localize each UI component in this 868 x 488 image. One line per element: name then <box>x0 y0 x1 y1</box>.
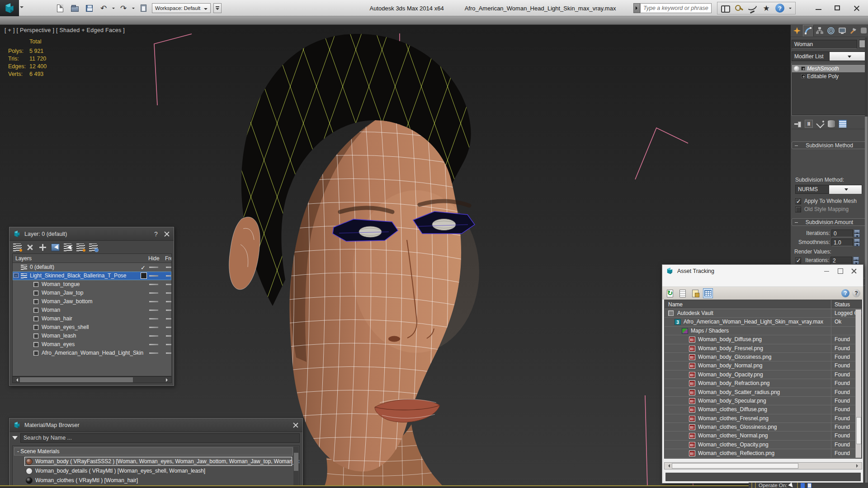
current-layer-toggle[interactable] <box>141 315 147 322</box>
remove-modifier-icon[interactable] <box>827 120 835 128</box>
current-layer-toggle[interactable] <box>141 307 147 313</box>
freeze-toggle[interactable] <box>166 335 172 337</box>
refresh-icon[interactable]: ↻ <box>665 288 675 298</box>
hide-toggle[interactable] <box>149 275 158 277</box>
hide-toggle[interactable] <box>149 301 158 302</box>
material-row[interactable]: Woman_body_details ( VRayMtl ) [Woman_ey… <box>24 466 292 475</box>
current-layer-toggle[interactable] <box>141 341 147 347</box>
favorites-star-icon[interactable]: ★ <box>762 4 771 13</box>
minimize-button[interactable] <box>809 2 827 14</box>
panel-scrollbar[interactable] <box>865 38 868 485</box>
layer-row[interactable]: - Light_Skinned_Black_Ballerina_T_Pose <box>13 272 171 280</box>
smoothness-spinner[interactable] <box>854 239 860 246</box>
asset-row[interactable]: Maps / Shaders <box>665 327 862 335</box>
freeze-toggle[interactable] <box>166 310 172 311</box>
delete-layer-icon[interactable] <box>26 244 34 251</box>
smoothness-field[interactable]: 1.0 <box>831 239 853 246</box>
hide-toggle[interactable] <box>149 335 158 337</box>
asset-tracking-titlebar[interactable]: Asset Tracking <box>662 265 863 277</box>
scene-materials-group[interactable]: Scene Materials <box>14 447 293 455</box>
freeze-toggle[interactable] <box>166 284 172 285</box>
current-layer-toggle[interactable] <box>141 350 147 356</box>
filter-dropdown-icon[interactable] <box>12 436 18 442</box>
maximize-button[interactable] <box>828 2 846 14</box>
scroll-left-icon[interactable] <box>14 378 18 382</box>
tab-display[interactable] <box>837 25 848 37</box>
help-button[interactable]: ? <box>152 230 160 238</box>
expander-icon[interactable] <box>14 299 19 304</box>
dropdown-chevron-icon[interactable] <box>829 185 862 194</box>
render-iterations-checkbox[interactable] <box>795 258 801 263</box>
material-row[interactable]: Woman_body ( VRayFastSSS2 ) [Woman, Woma… <box>24 457 292 466</box>
hide-toggle[interactable] <box>149 284 158 285</box>
asset-row[interactable]: Woman_clothes_Diffuse.png Found <box>665 405 862 414</box>
open-file-button[interactable] <box>69 2 80 14</box>
freeze-toggle[interactable] <box>166 344 172 345</box>
mod-stack-item[interactable]: Editable Poly <box>792 72 867 80</box>
iterations-spinner[interactable] <box>854 230 860 237</box>
search-flyout-button[interactable] <box>633 3 640 13</box>
expander-icon[interactable] <box>14 324 19 329</box>
operate-on-all-button[interactable] <box>807 483 811 488</box>
current-layer-toggle[interactable] <box>141 298 147 305</box>
support-help-icon[interactable] <box>852 289 860 297</box>
asset-row[interactable]: Woman_body_Glossiness.png Found <box>665 353 862 361</box>
highlight-layer-icon[interactable] <box>76 244 85 251</box>
material-row[interactable]: Woman_clothes ( VRayMtl ) [Woman_hair] <box>24 476 292 485</box>
object-name-field[interactable]: Woman <box>792 40 857 49</box>
expander-icon[interactable]: - <box>14 273 19 278</box>
column-layers[interactable]: Layers <box>15 254 32 263</box>
tab-modify[interactable] <box>803 25 814 37</box>
horizontal-scrollbar[interactable] <box>12 376 172 383</box>
search-icon[interactable] <box>721 4 730 13</box>
hide-toggle[interactable] <box>149 352 158 354</box>
expander-icon[interactable] <box>14 307 19 312</box>
apply-to-whole-mesh-checkbox[interactable] <box>795 198 801 204</box>
expander-icon[interactable] <box>14 282 19 286</box>
hide-toggle[interactable] <box>149 318 158 319</box>
current-layer-toggle[interactable] <box>141 324 147 330</box>
old-style-mapping-checkbox[interactable] <box>795 206 801 212</box>
add-to-layer-icon[interactable] <box>38 244 47 251</box>
expand-plus-icon[interactable] <box>801 66 805 70</box>
asset-row[interactable]: Woman_body_Normal.png Found <box>665 361 862 370</box>
freeze-toggle[interactable] <box>166 327 172 328</box>
toolbar-flyout-button[interactable] <box>213 3 222 13</box>
column-freeze[interactable]: Free <box>165 254 172 263</box>
mod-stack-item[interactable]: MeshSmooth <box>792 65 867 72</box>
help-search-input[interactable] <box>640 3 712 13</box>
make-unique-icon[interactable] <box>816 120 824 128</box>
show-end-result-icon[interactable]: II <box>805 120 813 128</box>
expand-plus-icon[interactable] <box>801 74 805 78</box>
new-scene-button[interactable] <box>54 2 66 14</box>
freeze-toggle[interactable] <box>166 292 172 294</box>
freeze-toggle[interactable] <box>166 318 172 319</box>
layer-row[interactable]: Afro_American_Woman_Head_Light_Skin <box>13 349 171 357</box>
scroll-left-icon[interactable] <box>666 464 670 468</box>
expander-icon[interactable] <box>14 290 19 295</box>
close-icon[interactable] <box>164 231 170 237</box>
minimize-icon[interactable] <box>823 267 830 275</box>
close-icon[interactable] <box>292 422 299 428</box>
table-view-icon[interactable] <box>703 288 713 298</box>
column-hide[interactable]: Hide <box>148 254 160 263</box>
undo-history-caret-icon[interactable] <box>112 8 115 10</box>
current-layer-toggle[interactable] <box>141 333 147 339</box>
current-layer-toggle[interactable] <box>141 264 147 270</box>
asset-row[interactable]: Woman_clothes_Glossiness.png Found <box>665 423 862 432</box>
hide-toggle[interactable] <box>149 292 158 294</box>
configure-modifier-sets-icon[interactable] <box>839 120 847 128</box>
iterations-field[interactable]: 0 <box>831 230 853 237</box>
asset-row[interactable]: Woman_body_Scatter_radius.png Found <box>665 388 862 397</box>
rollout-subdivision-amount[interactable]: Subdivision Amount <box>792 218 867 226</box>
modifier-list-dropdown[interactable]: Modifier List <box>792 52 867 61</box>
layer-row[interactable]: Woman <box>13 306 171 314</box>
redo-history-caret-icon[interactable] <box>132 8 135 10</box>
undo-button[interactable]: ↶ <box>98 2 109 14</box>
asset-row[interactable]: Woman_body_Diffuse.png Found <box>665 335 862 344</box>
tab-utilities[interactable] <box>848 25 859 37</box>
asset-row[interactable]: Woman_body_Fresnel.png Found <box>665 344 862 353</box>
app-menu-caret-icon[interactable] <box>20 6 24 10</box>
online-help-icon[interactable] <box>841 289 849 297</box>
select-layer-icon[interactable] <box>64 244 72 251</box>
